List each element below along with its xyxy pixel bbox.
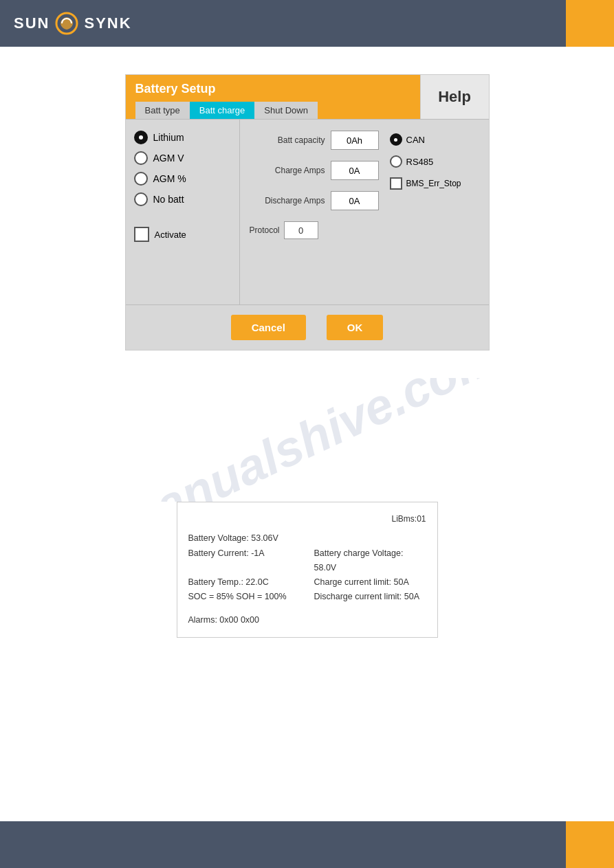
- protocol-label: Protocol: [250, 225, 280, 235]
- dialog-title-section: Battery Setup Batt type Batt charge Shut…: [126, 75, 420, 119]
- dialog-tabs: Batt type Batt charge Shut Down: [135, 102, 410, 119]
- battery-voltage: Battery Voltage: 53.06V: [188, 531, 426, 546]
- radio-agm-v[interactable]: AGM V: [134, 151, 231, 165]
- discharge-amps-label: Discharge Amps: [250, 196, 325, 205]
- batt-capacity-row: Batt capacity 0Ah: [250, 131, 379, 150]
- soc-soh: SOC = 85% SOH = 100%: [188, 590, 300, 604]
- radio-no-batt-label: No batt: [153, 194, 184, 205]
- battery-charge-voltage: Battery charge Voltage: 58.0V: [314, 546, 426, 576]
- battery-temp: Battery Temp.: 22.0C: [188, 575, 300, 590]
- footer: [0, 821, 614, 868]
- dialog-header-row: Battery Setup Batt type Batt charge Shut…: [126, 75, 489, 119]
- radio-agm-pct[interactable]: AGM %: [134, 172, 231, 186]
- help-button[interactable]: Help: [420, 75, 489, 119]
- batt-capacity-input[interactable]: 0Ah: [331, 131, 379, 150]
- logo: SUN SYNK: [14, 12, 132, 35]
- charge-current-limit: Charge current limit: 50A: [314, 575, 426, 590]
- logo-synk: SYNK: [84, 14, 131, 32]
- tab-shut-down[interactable]: Shut Down: [254, 102, 318, 119]
- charge-amps-row: Charge Amps 0A: [250, 161, 379, 180]
- header: SUN SYNK: [0, 0, 614, 47]
- tab-batt-charge[interactable]: Batt charge: [190, 102, 255, 119]
- info-box-header: LiBms:01: [188, 512, 426, 526]
- radio-agm-pct-circle: [134, 172, 148, 186]
- discharge-amps-row: Discharge Amps 0A: [250, 191, 379, 210]
- radio-lithium[interactable]: Lithium: [134, 131, 231, 144]
- center-settings: Batt capacity 0Ah Charge Amps 0A Dischar…: [250, 131, 379, 293]
- info-row-2: Battery Temp.: 22.0C Charge current limi…: [188, 575, 426, 590]
- info-box: LiBms:01 Battery Voltage: 53.06V Battery…: [177, 502, 438, 638]
- activate-label: Activate: [155, 230, 186, 240]
- radio-agm-v-label: AGM V: [153, 153, 184, 164]
- discharge-current-limit: Discharge current limit: 50A: [314, 590, 426, 604]
- rs485-label: RS485: [406, 157, 434, 167]
- bms-err-row: BMS_Err_Stop: [390, 177, 479, 190]
- radio-lithium-circle: [134, 131, 148, 144]
- dialog-footer: Cancel OK: [126, 304, 489, 350]
- main-content: Battery Setup Batt type Batt charge Shut…: [0, 47, 614, 821]
- left-panel: Lithium AGM V AGM % No batt Activate: [126, 120, 240, 304]
- batt-capacity-label: Batt capacity: [250, 135, 325, 145]
- header-accent: [566, 0, 614, 47]
- radio-can-circle: [390, 133, 402, 146]
- bms-err-checkbox[interactable]: [390, 177, 402, 190]
- radio-agm-pct-label: AGM %: [153, 173, 186, 184]
- charge-amps-input[interactable]: 0A: [331, 161, 379, 180]
- radio-lithium-label: Lithium: [153, 132, 184, 143]
- battery-setup-dialog: Battery Setup Batt type Batt charge Shut…: [125, 74, 490, 350]
- protocol-input[interactable]: 0: [284, 221, 318, 239]
- radio-can[interactable]: CAN: [390, 133, 479, 146]
- comm-options: CAN RS485 BMS_Err_Stop: [390, 131, 479, 293]
- radio-rs485[interactable]: RS485: [390, 155, 479, 168]
- bms-err-label: BMS_Err_Stop: [406, 179, 461, 188]
- can-label: CAN: [406, 135, 425, 145]
- battery-current: Battery Current: -1A: [188, 546, 300, 576]
- logo-sun: SUN: [14, 14, 50, 32]
- alarms: Alarms: 0x00 0x00: [188, 613, 426, 627]
- right-panel: Batt capacity 0Ah Charge Amps 0A Dischar…: [240, 120, 489, 304]
- activate-row: Activate: [134, 227, 231, 242]
- watermark: manualshive.com: [125, 378, 490, 502]
- info-row-3: SOC = 85% SOH = 100% Discharge current l…: [188, 590, 426, 604]
- discharge-amps-input[interactable]: 0A: [331, 191, 379, 210]
- ok-button[interactable]: OK: [327, 315, 384, 340]
- footer-accent: [566, 821, 614, 868]
- dialog-body: Lithium AGM V AGM % No batt Activate: [126, 119, 489, 304]
- sunsynk-logo-icon: [55, 12, 78, 35]
- watermark-text: manualshive.com: [125, 378, 490, 502]
- protocol-row: Protocol 0: [250, 221, 379, 239]
- help-label: Help: [438, 88, 471, 106]
- activate-checkbox[interactable]: [134, 227, 149, 242]
- charge-amps-label: Charge Amps: [250, 166, 325, 175]
- radio-no-batt-circle: [134, 192, 148, 206]
- tab-batt-type[interactable]: Batt type: [135, 102, 190, 119]
- radio-agm-v-circle: [134, 151, 148, 165]
- radio-no-batt[interactable]: No batt: [134, 192, 231, 206]
- radio-rs485-circle: [390, 155, 402, 168]
- cancel-button[interactable]: Cancel: [231, 315, 306, 340]
- info-row-1: Battery Current: -1A Battery charge Volt…: [188, 546, 426, 576]
- dialog-title: Battery Setup: [135, 82, 410, 96]
